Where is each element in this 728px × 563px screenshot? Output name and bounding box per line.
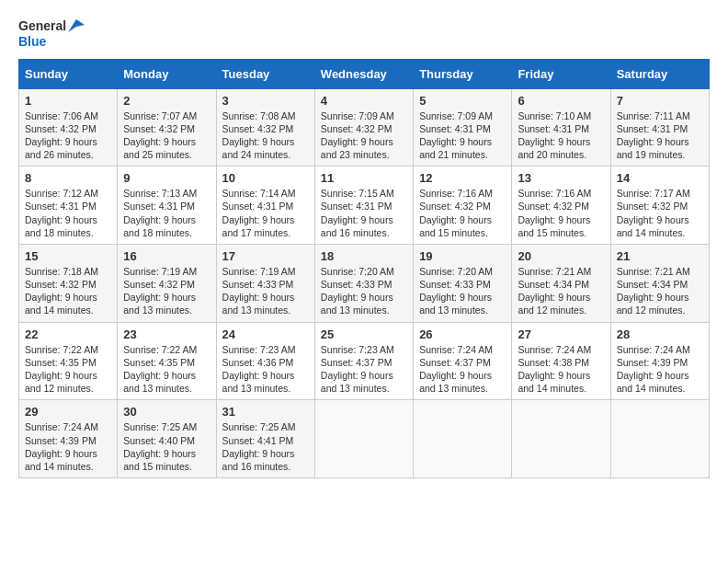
day-info: Sunrise: 7:25 AM Sunset: 4:41 PM Dayligh… bbox=[222, 420, 309, 473]
week-row-4: 22 Sunrise: 7:22 AM Sunset: 4:35 PM Dayl… bbox=[19, 322, 710, 400]
day-cell: 24 Sunrise: 7:23 AM Sunset: 4:36 PM Dayl… bbox=[216, 322, 314, 400]
day-number: 25 bbox=[321, 327, 407, 341]
day-cell: 18 Sunrise: 7:20 AM Sunset: 4:33 PM Dayl… bbox=[314, 244, 413, 322]
logo: General Blue bbox=[18, 18, 85, 50]
header-sunday: Sunday bbox=[19, 59, 118, 88]
day-cell: 1 Sunrise: 7:06 AM Sunset: 4:32 PM Dayli… bbox=[19, 88, 118, 167]
day-cell: 12 Sunrise: 7:16 AM Sunset: 4:32 PM Dayl… bbox=[414, 167, 512, 245]
day-number: 18 bbox=[321, 249, 407, 263]
day-info: Sunrise: 7:24 AM Sunset: 4:39 PM Dayligh… bbox=[25, 420, 111, 473]
week-row-1: 1 Sunrise: 7:06 AM Sunset: 4:32 PM Dayli… bbox=[19, 88, 710, 167]
day-number: 27 bbox=[518, 327, 604, 341]
day-info: Sunrise: 7:18 AM Sunset: 4:32 PM Dayligh… bbox=[25, 265, 111, 317]
day-info: Sunrise: 7:09 AM Sunset: 4:32 PM Dayligh… bbox=[321, 109, 407, 162]
day-info: Sunrise: 7:19 AM Sunset: 4:33 PM Dayligh… bbox=[222, 265, 309, 317]
day-info: Sunrise: 7:20 AM Sunset: 4:33 PM Dayligh… bbox=[321, 265, 407, 317]
day-cell: 30 Sunrise: 7:25 AM Sunset: 4:40 PM Dayl… bbox=[118, 400, 216, 478]
day-cell: 4 Sunrise: 7:09 AM Sunset: 4:32 PM Dayli… bbox=[314, 88, 413, 167]
day-number: 1 bbox=[25, 94, 111, 108]
day-cell: 5 Sunrise: 7:09 AM Sunset: 4:31 PM Dayli… bbox=[414, 88, 512, 167]
day-info: Sunrise: 7:25 AM Sunset: 4:40 PM Dayligh… bbox=[123, 420, 210, 473]
day-cell: 6 Sunrise: 7:10 AM Sunset: 4:31 PM Dayli… bbox=[512, 88, 610, 167]
header-friday: Friday bbox=[512, 59, 610, 88]
day-cell: 10 Sunrise: 7:14 AM Sunset: 4:31 PM Dayl… bbox=[216, 167, 314, 245]
day-info: Sunrise: 7:21 AM Sunset: 4:34 PM Dayligh… bbox=[617, 265, 703, 317]
day-number: 5 bbox=[419, 94, 506, 108]
day-cell: 20 Sunrise: 7:21 AM Sunset: 4:34 PM Dayl… bbox=[512, 244, 610, 322]
day-number: 30 bbox=[123, 405, 210, 419]
day-number: 14 bbox=[617, 171, 703, 185]
day-number: 23 bbox=[123, 327, 210, 341]
header-thursday: Thursday bbox=[414, 59, 512, 88]
day-info: Sunrise: 7:23 AM Sunset: 4:36 PM Dayligh… bbox=[222, 343, 309, 396]
day-info: Sunrise: 7:16 AM Sunset: 4:32 PM Dayligh… bbox=[518, 187, 604, 239]
day-info: Sunrise: 7:12 AM Sunset: 4:31 PM Dayligh… bbox=[25, 187, 111, 239]
day-info: Sunrise: 7:24 AM Sunset: 4:38 PM Dayligh… bbox=[518, 343, 604, 396]
day-cell bbox=[512, 400, 610, 478]
day-info: Sunrise: 7:08 AM Sunset: 4:32 PM Dayligh… bbox=[222, 109, 309, 162]
day-info: Sunrise: 7:21 AM Sunset: 4:34 PM Dayligh… bbox=[518, 265, 604, 317]
day-cell: 23 Sunrise: 7:22 AM Sunset: 4:35 PM Dayl… bbox=[118, 322, 216, 400]
header-wednesday: Wednesday bbox=[314, 59, 413, 88]
day-number: 19 bbox=[419, 249, 506, 263]
day-cell: 16 Sunrise: 7:19 AM Sunset: 4:32 PM Dayl… bbox=[118, 244, 216, 322]
header-saturday: Saturday bbox=[610, 59, 709, 88]
day-cell bbox=[610, 400, 709, 478]
day-cell: 27 Sunrise: 7:24 AM Sunset: 4:38 PM Dayl… bbox=[512, 322, 610, 400]
day-info: Sunrise: 7:10 AM Sunset: 4:31 PM Dayligh… bbox=[518, 109, 604, 162]
day-number: 10 bbox=[222, 171, 309, 185]
day-number: 29 bbox=[25, 405, 111, 419]
header-monday: Monday bbox=[118, 59, 216, 88]
day-number: 26 bbox=[419, 327, 506, 341]
day-number: 15 bbox=[25, 249, 111, 263]
day-info: Sunrise: 7:15 AM Sunset: 4:31 PM Dayligh… bbox=[321, 187, 407, 239]
day-info: Sunrise: 7:22 AM Sunset: 4:35 PM Dayligh… bbox=[123, 343, 210, 396]
day-cell: 26 Sunrise: 7:24 AM Sunset: 4:37 PM Dayl… bbox=[414, 322, 512, 400]
calendar-header-row: SundayMondayTuesdayWednesdayThursdayFrid… bbox=[19, 59, 710, 88]
day-cell: 25 Sunrise: 7:23 AM Sunset: 4:37 PM Dayl… bbox=[314, 322, 413, 400]
day-info: Sunrise: 7:24 AM Sunset: 4:39 PM Dayligh… bbox=[617, 343, 703, 396]
day-number: 2 bbox=[123, 94, 210, 108]
day-number: 11 bbox=[321, 171, 407, 185]
day-cell: 21 Sunrise: 7:21 AM Sunset: 4:34 PM Dayl… bbox=[610, 244, 709, 322]
day-cell bbox=[314, 400, 413, 478]
day-number: 17 bbox=[222, 249, 309, 263]
day-cell: 13 Sunrise: 7:16 AM Sunset: 4:32 PM Dayl… bbox=[512, 167, 610, 245]
header: General Blue bbox=[18, 18, 710, 50]
day-number: 20 bbox=[518, 249, 604, 263]
day-number: 3 bbox=[222, 94, 309, 108]
day-cell: 14 Sunrise: 7:17 AM Sunset: 4:32 PM Dayl… bbox=[610, 167, 709, 245]
calendar-table: SundayMondayTuesdayWednesdayThursdayFrid… bbox=[18, 59, 710, 478]
day-info: Sunrise: 7:14 AM Sunset: 4:31 PM Dayligh… bbox=[222, 187, 309, 239]
day-info: Sunrise: 7:11 AM Sunset: 4:31 PM Dayligh… bbox=[617, 109, 703, 162]
svg-marker-0 bbox=[68, 19, 85, 32]
header-tuesday: Tuesday bbox=[216, 59, 314, 88]
day-cell: 17 Sunrise: 7:19 AM Sunset: 4:33 PM Dayl… bbox=[216, 244, 314, 322]
day-cell: 9 Sunrise: 7:13 AM Sunset: 4:31 PM Dayli… bbox=[118, 167, 216, 245]
day-cell: 2 Sunrise: 7:07 AM Sunset: 4:32 PM Dayli… bbox=[118, 88, 216, 167]
day-info: Sunrise: 7:06 AM Sunset: 4:32 PM Dayligh… bbox=[25, 109, 111, 162]
day-number: 24 bbox=[222, 327, 309, 341]
day-number: 28 bbox=[617, 327, 703, 341]
day-info: Sunrise: 7:23 AM Sunset: 4:37 PM Dayligh… bbox=[321, 343, 407, 396]
day-info: Sunrise: 7:17 AM Sunset: 4:32 PM Dayligh… bbox=[617, 187, 703, 239]
day-info: Sunrise: 7:07 AM Sunset: 4:32 PM Dayligh… bbox=[123, 109, 210, 162]
logo-bird-icon bbox=[68, 19, 85, 32]
day-number: 7 bbox=[617, 94, 703, 108]
day-cell: 15 Sunrise: 7:18 AM Sunset: 4:32 PM Dayl… bbox=[19, 244, 118, 322]
day-number: 21 bbox=[617, 249, 703, 263]
day-cell: 8 Sunrise: 7:12 AM Sunset: 4:31 PM Dayli… bbox=[19, 167, 118, 245]
day-number: 8 bbox=[25, 171, 111, 185]
day-number: 9 bbox=[123, 171, 210, 185]
day-cell: 11 Sunrise: 7:15 AM Sunset: 4:31 PM Dayl… bbox=[314, 167, 413, 245]
day-info: Sunrise: 7:09 AM Sunset: 4:31 PM Dayligh… bbox=[419, 109, 506, 162]
day-info: Sunrise: 7:24 AM Sunset: 4:37 PM Dayligh… bbox=[419, 343, 506, 396]
day-cell: 29 Sunrise: 7:24 AM Sunset: 4:39 PM Dayl… bbox=[19, 400, 118, 478]
day-info: Sunrise: 7:13 AM Sunset: 4:31 PM Dayligh… bbox=[123, 187, 210, 239]
day-number: 12 bbox=[419, 171, 506, 185]
day-cell: 31 Sunrise: 7:25 AM Sunset: 4:41 PM Dayl… bbox=[216, 400, 314, 478]
day-number: 4 bbox=[321, 94, 407, 108]
week-row-5: 29 Sunrise: 7:24 AM Sunset: 4:39 PM Dayl… bbox=[19, 400, 710, 478]
logo-blue: Blue bbox=[18, 34, 85, 50]
day-number: 6 bbox=[518, 94, 604, 108]
